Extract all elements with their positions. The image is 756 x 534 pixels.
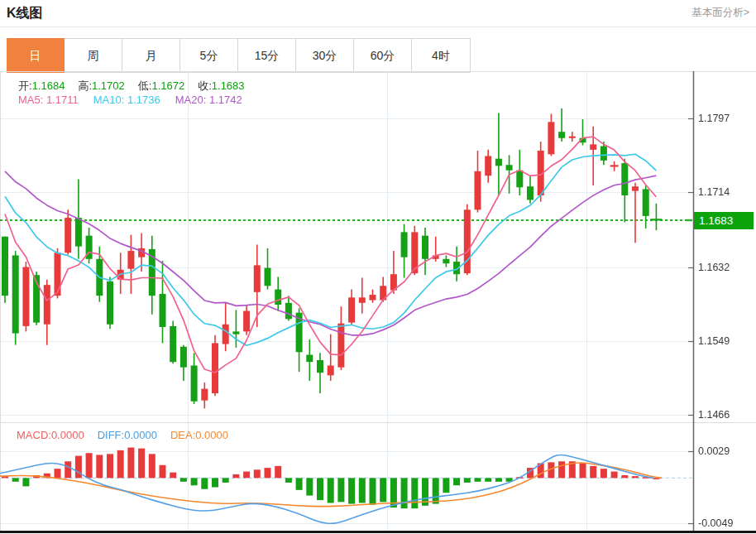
- close-value: 1.1683: [212, 79, 245, 92]
- macd-axis-label: 0.0029: [698, 445, 730, 457]
- macd-label: MACD:: [17, 429, 51, 441]
- ma5-label: MA5:: [18, 94, 43, 106]
- y-axis-label: 1.1797: [698, 113, 730, 124]
- macd-value: 0.0000: [51, 429, 84, 441]
- ma10-pair: MA10: 1.1736: [93, 94, 160, 106]
- close-pair: 收:1.1683: [198, 79, 244, 94]
- diff-pair: DIFF:0.0000: [98, 429, 157, 441]
- dea-value: 0.0000: [195, 429, 228, 441]
- y-axis-label: 1.1714: [698, 186, 730, 198]
- ma-info-bar: MA5: 1.1711 MA10: 1.1736 MA20: 1.1742: [18, 94, 242, 106]
- open-value: 1.1684: [32, 79, 65, 92]
- ma20-value: 1.1742: [209, 94, 242, 106]
- diff-label: DIFF:: [98, 429, 125, 441]
- y-axis-label: 1.1549: [698, 335, 730, 347]
- y-axis-label: 1.1466: [698, 409, 730, 421]
- ma10-label: MA10:: [93, 94, 125, 106]
- ma5-value: 1.1711: [46, 94, 79, 106]
- high-pair: 高:1.1702: [78, 79, 124, 94]
- open-pair: 开:1.1684: [18, 79, 65, 94]
- low-label: 低:: [138, 79, 152, 92]
- close-label: 收:: [198, 79, 212, 92]
- macd-axis-label: -0.0049: [698, 517, 733, 529]
- macd-info-bar: MACD:0.0000 DIFF:0.0000 DEA:0.0000: [17, 429, 228, 441]
- ohlc-info-bar: 开:1.1684 高:1.1702 低:1.1672 收:1.1683: [18, 79, 245, 94]
- kline-page: K线图 基本面分析> 日 周 月 5分 15分 30分 60分 4时 开:1.1…: [0, 0, 756, 534]
- low-value: 1.1672: [151, 79, 184, 92]
- ma5-pair: MA5: 1.1711: [18, 94, 79, 106]
- dea-pair: DEA:0.0000: [170, 429, 228, 441]
- low-pair: 低:1.1672: [138, 79, 184, 94]
- ma20-pair: MA20: 1.1742: [175, 94, 242, 106]
- ma10-value: 1.1736: [127, 94, 160, 106]
- ma20-label: MA20:: [175, 94, 207, 106]
- high-label: 高:: [78, 79, 92, 92]
- dea-label: DEA:: [170, 429, 195, 441]
- diff-value: 0.0000: [124, 429, 157, 441]
- y-axis-label: 1.1632: [698, 262, 730, 273]
- open-label: 开:: [18, 79, 32, 92]
- current-price-badge: 1.1683: [694, 212, 754, 229]
- macd-pair: MACD:0.0000: [17, 429, 84, 441]
- high-value: 1.1702: [92, 79, 125, 92]
